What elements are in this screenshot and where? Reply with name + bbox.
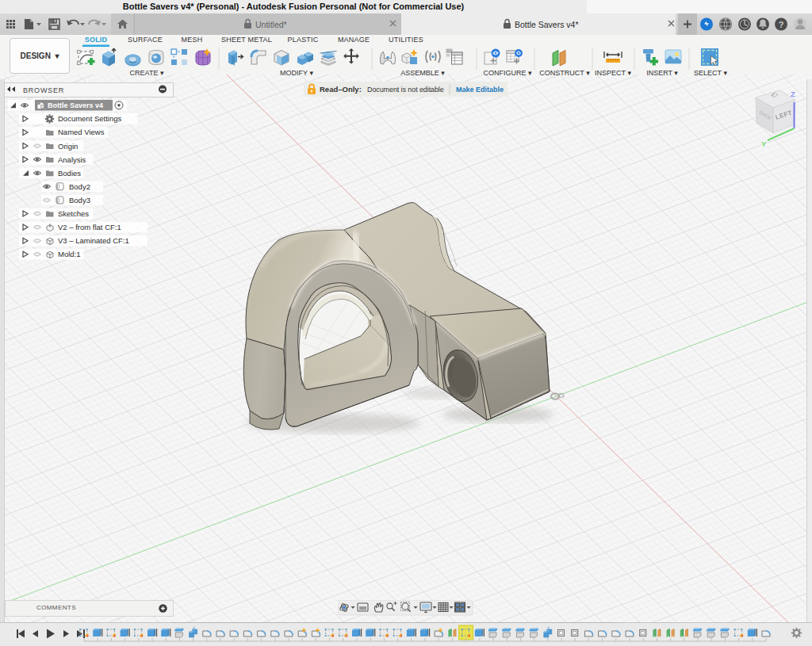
svg-text:Y: Y [761, 140, 767, 148]
svg-text:Body3: Body3 [69, 196, 90, 205]
svg-text:MESH: MESH [182, 36, 203, 44]
svg-text:Bottle Savers v4: Bottle Savers v4 [48, 101, 103, 109]
svg-text:Analysis: Analysis [58, 155, 86, 164]
svg-text:MANAGE: MANAGE [338, 36, 370, 44]
svg-text:Z: Z [791, 90, 795, 98]
svg-text:ASSEMBLE ▾: ASSEMBLE ▾ [400, 69, 445, 77]
svg-text:Body2: Body2 [69, 182, 90, 191]
svg-text:PLASTIC: PLASTIC [288, 36, 319, 44]
svg-text:UTILITIES: UTILITIES [389, 36, 423, 44]
svg-text:SHEET METAL: SHEET METAL [221, 36, 272, 44]
svg-text:Make Editable: Make Editable [456, 86, 504, 94]
svg-text:Document Settings: Document Settings [58, 114, 122, 123]
svg-text:Read–Only:: Read–Only: [320, 85, 362, 94]
svg-text:V2 – from flat CF:1: V2 – from flat CF:1 [58, 223, 121, 231]
svg-text:CONSTRUCT ▾: CONSTRUCT ▾ [539, 69, 590, 77]
svg-text:Mold:1: Mold:1 [58, 250, 81, 258]
svg-text:Bodies: Bodies [58, 169, 81, 178]
svg-text:Named Views: Named Views [58, 128, 105, 136]
svg-text:INSERT ▾: INSERT ▾ [646, 69, 678, 77]
svg-text:Origin: Origin [58, 142, 78, 151]
svg-text:MODIFY ▾: MODIFY ▾ [280, 69, 313, 77]
svg-text:SELECT ▾: SELECT ▾ [694, 69, 727, 77]
svg-text:Document is not editable: Document is not editable [367, 86, 444, 94]
svg-text:V3 – Laminated CF:1: V3 – Laminated CF:1 [58, 236, 129, 245]
svg-text:CONFIGURE ▾: CONFIGURE ▾ [483, 69, 532, 77]
svg-text:INSPECT ▾: INSPECT ▾ [595, 69, 631, 77]
svg-text:Sketches: Sketches [58, 209, 89, 218]
